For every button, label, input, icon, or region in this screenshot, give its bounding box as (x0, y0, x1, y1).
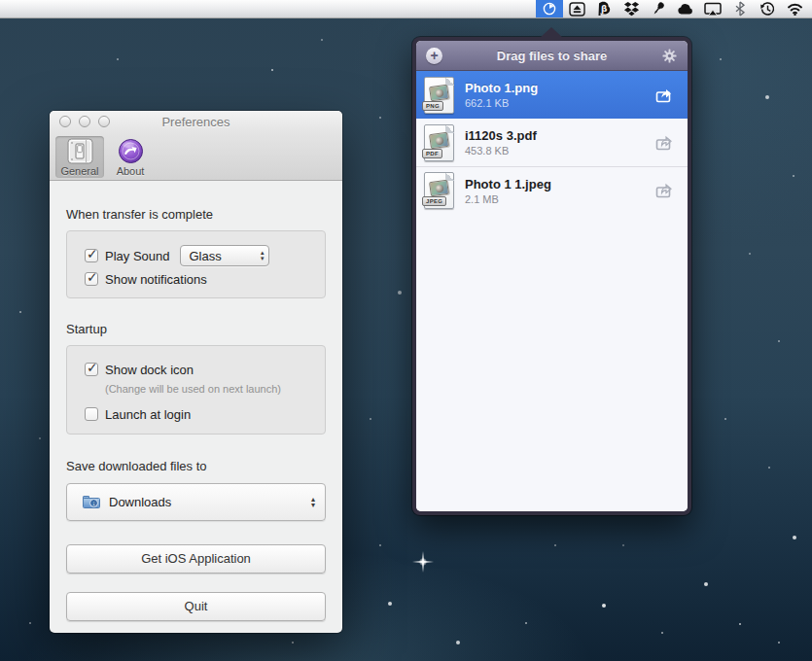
preferences-content: When transfer is complete ✓ Play Sound G… (50, 207, 342, 621)
wifi-menubar-icon[interactable] (781, 0, 808, 17)
tab-general-label: General (60, 165, 98, 177)
png-file-icon: PNG (424, 77, 454, 114)
dropbox-menubar-icon[interactable] (618, 0, 645, 17)
eject-menubar-icon[interactable] (563, 0, 590, 17)
cloud-icon (677, 2, 694, 16)
show-notifications-label: Show notifications (105, 272, 207, 287)
file-name: Photo 1 1.jpeg (465, 176, 654, 192)
file-row-photo11-jpeg[interactable]: JPEG Photo 1 1.jpeg 2.1 MB (416, 166, 688, 214)
preferences-toolbar: General About (50, 133, 342, 181)
beta-icon: β (596, 1, 612, 17)
pdf-file-icon: PDF (424, 124, 454, 161)
time-machine-menubar-icon[interactable] (754, 0, 781, 17)
beta-menubar-icon[interactable]: β (590, 0, 618, 17)
file-row-photo1-png[interactable]: PNG Photo 1.png 662.1 KB (416, 71, 688, 119)
transfer-complete-heading: When transfer is complete (66, 207, 326, 222)
popup-stepper-icon: ▴▾ (311, 497, 315, 508)
file-type-badge: PDF (422, 149, 442, 158)
preferences-window: Preferences General (50, 111, 342, 633)
switch-icon (67, 138, 93, 164)
file-size: 2.1 MB (465, 192, 654, 206)
file-list: PNG Photo 1.png 662.1 KB PDF (416, 71, 688, 511)
quit-button[interactable]: Quit (66, 592, 326, 621)
file-type-badge: JPEG (422, 196, 446, 206)
tab-general[interactable]: General (55, 136, 104, 178)
popover-title: Drag files to share (497, 49, 607, 63)
startup-group: ✓ Show dock icon (Change will be used on… (66, 345, 326, 435)
file-name: Photo 1.png (465, 80, 654, 96)
launch-at-login-checkbox[interactable] (85, 407, 98, 421)
time-machine-icon (759, 1, 776, 17)
bright-star (412, 551, 434, 573)
menu-bar: β (0, 0, 812, 18)
close-button[interactable] (59, 116, 71, 127)
save-folder-value: Downloads (109, 495, 311, 509)
file-name: i1120s 3.pdf (465, 127, 654, 144)
pushpin-icon (651, 1, 666, 17)
play-sound-checkbox[interactable]: ✓ (85, 249, 98, 262)
get-ios-application-button[interactable]: Get iOS Application (66, 544, 326, 574)
file-size: 453.8 KB (465, 144, 654, 157)
share-button[interactable] (654, 182, 676, 199)
share-icon (655, 135, 675, 151)
save-folder-select[interactable]: ↓ Downloads ▴▾ (66, 483, 326, 521)
cloud-menubar-icon[interactable] (672, 0, 699, 17)
show-dock-icon-label: Show dock icon (105, 363, 194, 377)
show-notifications-checkbox[interactable]: ✓ (85, 272, 98, 286)
svg-text:β: β (601, 4, 608, 14)
dock-icon-hint: (Change will be used on next launch) (105, 383, 325, 395)
tab-about-label: About (117, 165, 145, 177)
popover-header: + Drag files to share (416, 41, 688, 71)
share-button[interactable] (654, 134, 676, 152)
file-type-badge: PNG (422, 101, 443, 111)
display-mirroring-icon (704, 2, 722, 17)
airplay-menubar-icon[interactable] (699, 0, 726, 17)
show-dock-icon-checkbox[interactable]: ✓ (85, 363, 98, 376)
clock-icon (542, 1, 557, 17)
minimize-button[interactable] (79, 116, 90, 127)
popover-arrow (540, 27, 563, 38)
bluetooth-menubar-icon[interactable] (726, 0, 754, 17)
menu-bar-status-icons: β (536, 0, 812, 17)
add-file-button[interactable]: + (426, 48, 442, 64)
gear-icon (662, 49, 677, 63)
file-size: 662.1 KB (465, 96, 654, 110)
zoom-button[interactable] (98, 116, 110, 127)
file-row-i1120s-pdf[interactable]: PDF i1120s 3.pdf 453.8 KB (416, 119, 688, 166)
pin-menubar-icon[interactable] (645, 0, 672, 17)
popup-stepper-icon: ▴▾ (261, 250, 265, 261)
share-icon (655, 87, 675, 103)
launch-at-login-label: Launch at login (105, 407, 191, 422)
startup-heading: Startup (66, 322, 326, 336)
share-button[interactable] (654, 87, 676, 104)
about-app-icon (118, 138, 144, 164)
play-sound-label: Play Sound (105, 249, 170, 263)
title-bar[interactable]: Preferences (50, 111, 342, 133)
traffic-lights (59, 116, 110, 127)
settings-gear-button[interactable] (661, 48, 678, 64)
downloads-folder-icon: ↓ (83, 496, 100, 508)
wifi-icon (787, 2, 803, 16)
bluetooth-icon (734, 1, 746, 17)
app-menubar-icon[interactable] (536, 0, 563, 17)
sound-select[interactable]: Glass ▴▾ (180, 245, 269, 266)
share-icon (655, 183, 675, 198)
transfer-complete-group: ✓ Play Sound Glass ▴▾ ✓ Show notificatio… (66, 230, 326, 298)
share-popover: + Drag files to share (412, 37, 691, 515)
tab-about[interactable]: About (106, 136, 155, 178)
jpeg-file-icon: JPEG (424, 172, 454, 209)
eject-icon (569, 2, 585, 17)
dropbox-icon (623, 1, 640, 17)
save-files-heading: Save downloaded files to (66, 459, 326, 473)
